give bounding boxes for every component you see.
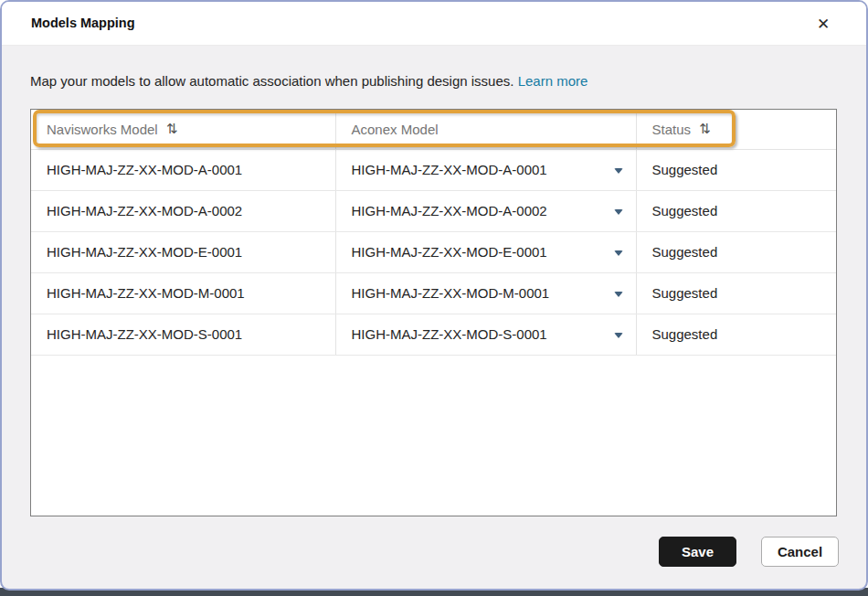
aconex-model-value: HIGH-MAJ-ZZ-XX-MOD-A-0002 — [352, 203, 547, 218]
aconex-model-value: HIGH-MAJ-ZZ-XX-MOD-S-0001 — [352, 326, 547, 342]
table-header-row: Navisworks Model⇅Aconex ModelStatus⇅ — [31, 110, 836, 149]
navisworks-model-cell: HIGH-MAJ-ZZ-XX-MOD-E-0001 — [31, 231, 335, 272]
models-mapping-dialog: Models Mapping ✕ Map your models to allo… — [0, 0, 868, 591]
status-cell: Suggested — [636, 149, 836, 190]
table-row: HIGH-MAJ-ZZ-XX-MOD-M-0001HIGH-MAJ-ZZ-XX-… — [31, 272, 836, 314]
aconex-model-dropdown[interactable]: HIGH-MAJ-ZZ-XX-MOD-M-0001 — [335, 272, 636, 314]
table-row: HIGH-MAJ-ZZ-XX-MOD-A-0002HIGH-MAJ-ZZ-XX-… — [31, 190, 836, 231]
navisworks-model-cell: HIGH-MAJ-ZZ-XX-MOD-S-0001 — [31, 314, 335, 355]
aconex-model-dropdown[interactable]: HIGH-MAJ-ZZ-XX-MOD-E-0001 — [335, 231, 636, 272]
models-mapping-table: Navisworks Model⇅Aconex ModelStatus⇅ HIG… — [30, 109, 837, 516]
chevron-down-icon[interactable] — [614, 168, 623, 174]
aconex-model-dropdown[interactable]: HIGH-MAJ-ZZ-XX-MOD-A-0001 — [335, 149, 636, 190]
table-row: HIGH-MAJ-ZZ-XX-MOD-E-0001HIGH-MAJ-ZZ-XX-… — [31, 231, 836, 272]
chevron-down-icon[interactable] — [614, 292, 623, 297]
navisworks-model-cell: HIGH-MAJ-ZZ-XX-MOD-A-0002 — [31, 190, 335, 231]
chevron-down-icon[interactable] — [614, 250, 623, 256]
column-header-label: Status — [652, 122, 692, 137]
navisworks-model-cell: HIGH-MAJ-ZZ-XX-MOD-A-0001 — [31, 149, 335, 190]
chevron-down-icon[interactable] — [614, 209, 623, 215]
models-table: Navisworks Model⇅Aconex ModelStatus⇅ HIG… — [31, 110, 836, 356]
aconex-model-value: HIGH-MAJ-ZZ-XX-MOD-E-0001 — [352, 244, 547, 260]
close-icon[interactable]: ✕ — [810, 10, 837, 37]
dialog-title: Models Mapping — [31, 2, 135, 45]
column-header-aconex-model: Aconex Model — [335, 110, 636, 149]
status-cell: Suggested — [636, 314, 836, 355]
chevron-down-icon[interactable] — [614, 333, 623, 338]
column-header-label: Aconex Model — [352, 122, 439, 137]
learn-more-link[interactable]: Learn more — [518, 73, 588, 89]
sort-icon[interactable]: ⇅ — [166, 121, 178, 137]
sort-icon[interactable]: ⇅ — [699, 121, 711, 137]
column-header-label: Navisworks Model — [47, 122, 158, 137]
status-cell: Suggested — [636, 272, 836, 314]
dialog-titlebar: Models Mapping ✕ — [2, 2, 866, 46]
table-row: HIGH-MAJ-ZZ-XX-MOD-A-0001HIGH-MAJ-ZZ-XX-… — [31, 149, 836, 190]
table-row: HIGH-MAJ-ZZ-XX-MOD-S-0001HIGH-MAJ-ZZ-XX-… — [31, 314, 836, 355]
cancel-button[interactable]: Cancel — [761, 537, 839, 567]
status-cell: Suggested — [636, 231, 836, 272]
status-cell: Suggested — [636, 190, 836, 231]
aconex-model-dropdown[interactable]: HIGH-MAJ-ZZ-XX-MOD-A-0002 — [335, 190, 636, 231]
aconex-model-dropdown[interactable]: HIGH-MAJ-ZZ-XX-MOD-S-0001 — [335, 314, 636, 355]
description-label: Map your models to allow automatic assoc… — [30, 73, 518, 89]
aconex-model-value: HIGH-MAJ-ZZ-XX-MOD-M-0001 — [352, 285, 550, 301]
aconex-model-value: HIGH-MAJ-ZZ-XX-MOD-A-0001 — [352, 162, 547, 177]
column-header-status[interactable]: Status⇅ — [636, 110, 836, 149]
column-header-navisworks-model[interactable]: Navisworks Model⇅ — [31, 110, 335, 149]
save-button[interactable]: Save — [659, 537, 736, 567]
navisworks-model-cell: HIGH-MAJ-ZZ-XX-MOD-M-0001 — [31, 272, 335, 314]
description-text: Map your models to allow automatic assoc… — [30, 73, 587, 89]
